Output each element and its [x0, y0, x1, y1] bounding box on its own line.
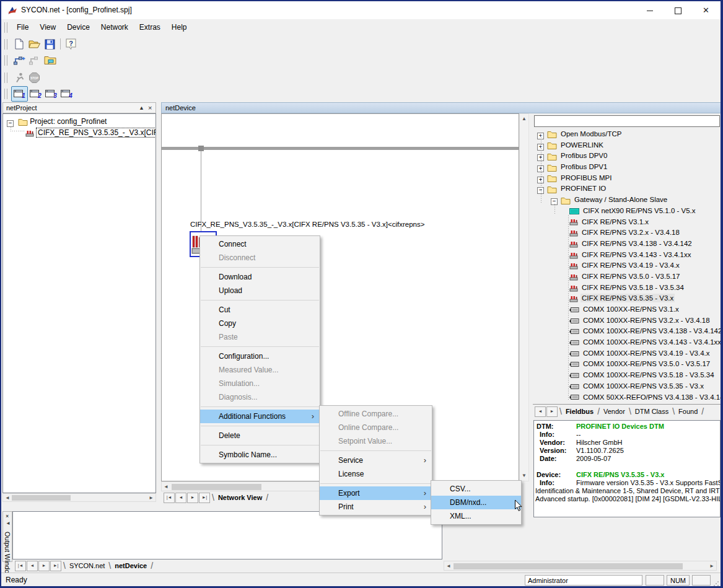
view-2-button[interactable]: 2	[28, 87, 43, 101]
new-document-icon[interactable]	[11, 37, 27, 51]
catalog-item-gateway-stand-alone-slave[interactable]: −Gateway / Stand-Alone Slave	[533, 195, 722, 206]
catalog-item-powerlink[interactable]: +POWERLINK	[533, 140, 722, 151]
menu-extras[interactable]: Extras	[134, 19, 166, 35]
close-button[interactable]: ✕	[692, 1, 720, 19]
catalog-tab-dtm-class[interactable]: DTM Class	[633, 408, 671, 415]
canvas-vertical-scrollbar[interactable]: ▲ ▼	[519, 113, 529, 481]
catalog-item-open-modbus-tcp[interactable]: +Open Modbus/TCP	[533, 129, 722, 140]
device-menu-item-measured-value[interactable]: Measured Value...	[200, 363, 320, 377]
export-menu-item-csv[interactable]: CSV...	[431, 482, 521, 496]
tab-prev-icon[interactable]: ◄	[535, 406, 546, 417]
maximize-button[interactable]	[664, 1, 692, 19]
additional-functions-menu-item-offline-compare[interactable]: Offline Compare...	[320, 407, 432, 421]
catalog-item-cifx-re-pns-v3-5-35-v3-x[interactable]: CIFX RE/PNS V3.5.35 - V3.x	[533, 293, 722, 304]
device-menu-item-simulation[interactable]: Simulation...	[200, 377, 320, 390]
catalog-tab-fieldbus[interactable]: Fieldbus	[563, 408, 596, 415]
device-menu-item-symbolic-name[interactable]: Symbolic Name...	[200, 448, 320, 462]
tab-next-icon[interactable]: ►	[38, 561, 50, 571]
project-root-row[interactable]: − Project: config_Profinet	[7, 117, 107, 127]
additional-functions-menu-item-print[interactable]: Print›	[320, 500, 432, 514]
menu-network[interactable]: Network	[95, 19, 134, 35]
scrollbar-thumb[interactable]	[454, 563, 683, 569]
tab-last-icon[interactable]: ►|	[50, 561, 61, 571]
open-project-icon[interactable]	[27, 37, 42, 51]
device-menu-item-paste[interactable]: Paste	[200, 330, 320, 344]
catalog-item-comx-100xx-re-pns-v3-2-x-v3-4-18[interactable]: COMX 100XX-RE/PNS V3.2.x - V3.4.18	[533, 315, 722, 327]
catalog-item-cifx-re-pns-v3-5-0-v3-5-17[interactable]: CIFX RE/PNS V3.5.0 - V3.5.17	[533, 271, 722, 283]
help-icon[interactable]: ?	[63, 37, 79, 51]
catalog-item-comx-100xx-re-pns-v3-4-143-v3-4-1xx[interactable]: COMX 100XX-RE/PNS V3.4.143 - V3.4.1xx	[533, 337, 722, 348]
export-menu-item-dbm-nxd[interactable]: DBM/nxd...	[431, 496, 521, 509]
catalog-item-cifx-re-pns-v3-1-x[interactable]: CIFX RE/PNS V3.1.x	[533, 217, 722, 228]
toolbar-grip[interactable]	[4, 39, 7, 50]
canvas-tab-network-view[interactable]: Network View	[216, 494, 265, 501]
output-close-icon[interactable]: ×	[6, 513, 9, 519]
additional-functions-menu-item-online-compare[interactable]: Online Compare...	[320, 421, 432, 434]
tab-prev-icon[interactable]: ◄	[175, 493, 186, 503]
catalog-search-input[interactable]	[534, 115, 720, 127]
panel-pin-icon[interactable]: ▲	[139, 103, 144, 112]
catalog-item-comx-100xx-re-pns-v3-1-x[interactable]: COMX 100XX-RE/PNS V3.1.x	[533, 304, 722, 315]
add-network-icon[interactable]	[11, 53, 27, 68]
scroll-up-icon[interactable]: ▲	[520, 115, 528, 123]
title-bar[interactable]: SYCON.net - [config_Profinet.spj] ✕	[1, 1, 721, 19]
scrollbar-thumb[interactable]	[172, 484, 261, 490]
additional-functions-menu-item-setpoint-value[interactable]: Setpoint Value...	[320, 434, 432, 448]
output-tab-netdevice[interactable]: netDevice	[112, 562, 149, 569]
device-menu-item-additional-functions[interactable]: Additional Functions›	[200, 410, 320, 423]
scroll-right-icon[interactable]: ►	[709, 563, 715, 570]
tab-prev-icon[interactable]: ◄	[27, 561, 38, 571]
bottom-horizontal-scrollbar[interactable]: ◄ ►	[444, 561, 717, 571]
toolbar-grip[interactable]	[4, 55, 7, 66]
catalog-item-profinet-io[interactable]: −PROFINET IO	[533, 183, 722, 195]
device-menu-item-connect[interactable]: Connect	[200, 237, 320, 251]
additional-functions-menu-item-service[interactable]: Service›	[320, 454, 432, 467]
panel-close-icon[interactable]: ×	[148, 103, 152, 112]
toolbar-grip[interactable]	[4, 89, 7, 99]
catalog-item-comx-100xx-re-pns-v3-5-0-v3-5-17[interactable]: COMX 100XX-RE/PNS V3.5.0 - V3.5.17	[533, 359, 722, 370]
output-tab-sycon-net[interactable]: SYCON.net	[67, 562, 107, 569]
project-device-row[interactable]: CIFX_RE_PNS_V3.5.35_-_V3.x[CIFX R	[25, 128, 156, 137]
catalog-item-cifx-re-pns-v3-2-x-v3-4-18[interactable]: CIFX RE/PNS V3.2.x - V3.4.18	[533, 227, 722, 239]
menu-file[interactable]: File	[11, 19, 34, 35]
catalog-item-cifx-re-pns-v3-5-18-v3-5-34[interactable]: CIFX RE/PNS V3.5.18 - V3.5.34	[533, 283, 722, 294]
scroll-right-icon[interactable]: ►	[148, 494, 154, 502]
net-device-header[interactable]: netDevice	[161, 102, 722, 113]
additional-functions-menu-item-license[interactable]: License	[320, 467, 432, 481]
output-content[interactable]	[12, 511, 442, 559]
minimize-button[interactable]	[636, 1, 664, 19]
view-1-button[interactable]: 1	[11, 86, 28, 102]
catalog-item-comx-100xx-re-pns-v3-4-138-v3-4-142[interactable]: COMX 100XX-RE/PNS V3.4.138 - V3.4.142	[533, 326, 722, 337]
catalog-item-cifx-netx90-re-pns-v5-1-0-v5-x[interactable]: CIFX netX90 RE/PNS V5.1.0 - V5.x	[533, 206, 722, 217]
tab-first-icon[interactable]: |◄	[164, 493, 175, 503]
output-pin-icon[interactable]: ◄	[6, 520, 11, 526]
tab-next-icon[interactable]: ►	[187, 493, 198, 503]
catalog-item-comx-100xx-re-pns-v3-4-19-v3-4-x[interactable]: COMX 100XX-RE/PNS V3.4.19 - V3.4.x	[533, 348, 722, 359]
device-menu-item-disconnect[interactable]: Disconnect	[200, 251, 320, 265]
scroll-left-icon[interactable]: ◄	[445, 563, 452, 570]
toolbar-grip[interactable]	[4, 22, 7, 33]
device-menu-item-download[interactable]: Download	[200, 270, 320, 284]
device-menu-item-copy[interactable]: Copy	[200, 317, 320, 330]
catalog-item-profibus-dpv1[interactable]: +Profibus DPV1	[533, 162, 722, 173]
scrollbar-thumb[interactable]	[12, 495, 71, 501]
view-3-button[interactable]: 3	[43, 87, 59, 101]
view-4-button[interactable]: 4	[59, 87, 74, 101]
scroll-left-icon[interactable]: ◄	[4, 494, 11, 502]
menu-device[interactable]: Device	[61, 19, 95, 35]
catalog-item-comx-50xx-refo-pns-v3-4-138-v3-4-142[interactable]: COMX 50XX-REFO/PNS V3.4.138 - V3.4.142	[533, 392, 722, 403]
tab-next-icon[interactable]: ►	[546, 406, 558, 417]
project-horizontal-scrollbar[interactable]: ◄ ►	[2, 493, 156, 502]
device-menu-item-diagnosis[interactable]: Diagnosis...	[200, 390, 320, 404]
device-menu-item-delete[interactable]: Delete	[200, 429, 320, 442]
device-menu-item-cut[interactable]: Cut	[200, 303, 320, 317]
tab-first-icon[interactable]: |◄	[15, 561, 26, 571]
catalog-item-cifx-re-pns-v3-4-138-v3-4-142[interactable]: CIFX RE/PNS V3.4.138 - V3.4.142	[533, 239, 722, 250]
net-project-header[interactable]: netProject	[2, 102, 156, 113]
scroll-down-icon[interactable]: ▼	[520, 472, 528, 480]
catalog-item-profibus-mpi[interactable]: +PROFIBUS MPI	[533, 173, 722, 184]
scroll-left-icon[interactable]: ◄	[163, 483, 169, 491]
menu-help[interactable]: Help	[166, 19, 193, 35]
export-menu-item-xml[interactable]: XML...	[431, 509, 521, 523]
network-folder-icon[interactable]	[42, 53, 58, 68]
